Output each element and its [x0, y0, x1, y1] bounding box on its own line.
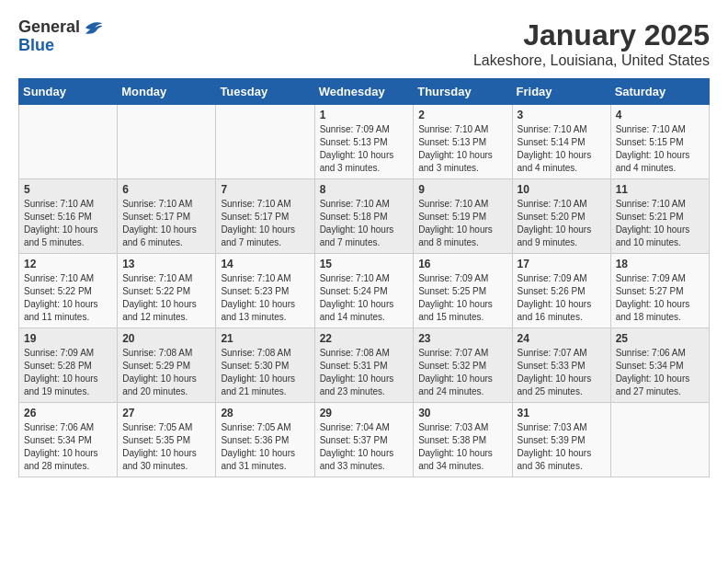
calendar-cell: 3Sunrise: 7:10 AM Sunset: 5:14 PM Daylig…	[512, 105, 610, 179]
day-number: 13	[122, 258, 210, 270]
calendar-cell: 19Sunrise: 7:09 AM Sunset: 5:28 PM Dayli…	[19, 328, 118, 403]
calendar-week-row: 26Sunrise: 7:06 AM Sunset: 5:34 PM Dayli…	[19, 403, 710, 477]
day-number: 11	[616, 183, 704, 196]
day-number: 26	[24, 407, 112, 419]
day-number: 3	[518, 109, 606, 121]
title-block: January 2025 Lakeshore, Louisiana, Unite…	[473, 18, 710, 69]
calendar-cell: 1Sunrise: 7:09 AM Sunset: 5:13 PM Daylig…	[314, 105, 414, 179]
day-number: 29	[320, 407, 409, 419]
logo-general: General	[18, 18, 80, 37]
page-header: General Blue January 2025 Lakeshore, Lou…	[18, 18, 710, 69]
day-info: Sunrise: 7:09 AM Sunset: 5:13 PM Dayligh…	[320, 123, 409, 175]
calendar-week-row: 1Sunrise: 7:09 AM Sunset: 5:13 PM Daylig…	[19, 105, 710, 179]
day-info: Sunrise: 7:03 AM Sunset: 5:38 PM Dayligh…	[418, 421, 506, 473]
day-info: Sunrise: 7:06 AM Sunset: 5:34 PM Dayligh…	[616, 347, 704, 398]
day-number: 7	[221, 183, 309, 196]
day-info: Sunrise: 7:07 AM Sunset: 5:33 PM Dayligh…	[518, 347, 606, 398]
day-info: Sunrise: 7:07 AM Sunset: 5:32 PM Dayligh…	[418, 347, 506, 398]
calendar-cell: 18Sunrise: 7:09 AM Sunset: 5:27 PM Dayli…	[610, 254, 709, 328]
day-info: Sunrise: 7:10 AM Sunset: 5:22 PM Dayligh…	[122, 272, 210, 324]
day-info: Sunrise: 7:05 AM Sunset: 5:35 PM Dayligh…	[122, 421, 210, 473]
calendar-cell	[216, 105, 314, 179]
day-info: Sunrise: 7:10 AM Sunset: 5:22 PM Dayligh…	[24, 272, 112, 324]
day-number: 23	[418, 332, 506, 345]
day-info: Sunrise: 7:10 AM Sunset: 5:24 PM Dayligh…	[320, 272, 409, 324]
calendar-table: SundayMondayTuesdayWednesdayThursdayFrid…	[18, 78, 710, 477]
day-number: 27	[122, 407, 210, 419]
weekday-header: Sunday	[19, 79, 118, 105]
day-info: Sunrise: 7:10 AM Sunset: 5:16 PM Dayligh…	[24, 198, 112, 249]
calendar-cell: 30Sunrise: 7:03 AM Sunset: 5:38 PM Dayli…	[414, 403, 512, 477]
day-number: 9	[418, 183, 506, 196]
calendar-cell: 7Sunrise: 7:10 AM Sunset: 5:17 PM Daylig…	[216, 179, 314, 254]
day-info: Sunrise: 7:10 AM Sunset: 5:17 PM Dayligh…	[221, 198, 309, 249]
calendar-cell: 2Sunrise: 7:10 AM Sunset: 5:13 PM Daylig…	[414, 105, 512, 179]
logo-blue: Blue	[18, 36, 54, 54]
day-info: Sunrise: 7:08 AM Sunset: 5:31 PM Dayligh…	[320, 347, 409, 398]
calendar-cell: 9Sunrise: 7:10 AM Sunset: 5:19 PM Daylig…	[414, 179, 512, 254]
calendar-cell: 22Sunrise: 7:08 AM Sunset: 5:31 PM Dayli…	[314, 328, 414, 403]
calendar-cell	[610, 403, 709, 477]
day-info: Sunrise: 7:10 AM Sunset: 5:23 PM Dayligh…	[221, 272, 309, 324]
calendar-cell	[19, 105, 118, 179]
calendar-cell: 21Sunrise: 7:08 AM Sunset: 5:30 PM Dayli…	[216, 328, 314, 403]
day-info: Sunrise: 7:10 AM Sunset: 5:19 PM Dayligh…	[418, 198, 506, 249]
weekday-header: Friday	[512, 79, 610, 105]
calendar-cell: 13Sunrise: 7:10 AM Sunset: 5:22 PM Dayli…	[118, 254, 216, 328]
day-number: 19	[24, 332, 112, 345]
day-number: 30	[418, 407, 506, 419]
day-info: Sunrise: 7:10 AM Sunset: 5:18 PM Dayligh…	[320, 198, 409, 249]
calendar-week-row: 5Sunrise: 7:10 AM Sunset: 5:16 PM Daylig…	[19, 179, 710, 254]
day-info: Sunrise: 7:10 AM Sunset: 5:20 PM Dayligh…	[518, 198, 606, 249]
calendar-cell: 15Sunrise: 7:10 AM Sunset: 5:24 PM Dayli…	[314, 254, 414, 328]
calendar-cell: 24Sunrise: 7:07 AM Sunset: 5:33 PM Dayli…	[512, 328, 610, 403]
day-info: Sunrise: 7:03 AM Sunset: 5:39 PM Dayligh…	[518, 421, 606, 473]
calendar-cell: 31Sunrise: 7:03 AM Sunset: 5:39 PM Dayli…	[512, 403, 610, 477]
logo-bird-icon	[82, 18, 104, 37]
day-number: 21	[221, 332, 309, 345]
day-info: Sunrise: 7:10 AM Sunset: 5:15 PM Dayligh…	[616, 123, 704, 175]
calendar-cell: 17Sunrise: 7:09 AM Sunset: 5:26 PM Dayli…	[512, 254, 610, 328]
day-number: 4	[616, 109, 704, 121]
day-info: Sunrise: 7:10 AM Sunset: 5:14 PM Dayligh…	[518, 123, 606, 175]
day-info: Sunrise: 7:09 AM Sunset: 5:25 PM Dayligh…	[418, 272, 506, 324]
logo: General Blue	[18, 18, 104, 55]
day-info: Sunrise: 7:09 AM Sunset: 5:26 PM Dayligh…	[518, 272, 606, 324]
day-info: Sunrise: 7:08 AM Sunset: 5:29 PM Dayligh…	[122, 347, 210, 398]
day-number: 15	[320, 258, 409, 270]
calendar-cell: 28Sunrise: 7:05 AM Sunset: 5:36 PM Dayli…	[216, 403, 314, 477]
weekday-header: Thursday	[414, 79, 512, 105]
weekday-header: Tuesday	[216, 79, 314, 105]
day-number: 22	[320, 332, 409, 345]
weekday-header: Wednesday	[314, 79, 414, 105]
day-number: 31	[518, 407, 606, 419]
calendar-cell: 16Sunrise: 7:09 AM Sunset: 5:25 PM Dayli…	[414, 254, 512, 328]
day-number: 18	[616, 258, 704, 270]
calendar-cell	[118, 105, 216, 179]
calendar-cell: 29Sunrise: 7:04 AM Sunset: 5:37 PM Dayli…	[314, 403, 414, 477]
day-info: Sunrise: 7:10 AM Sunset: 5:17 PM Dayligh…	[122, 198, 210, 249]
day-info: Sunrise: 7:10 AM Sunset: 5:21 PM Dayligh…	[616, 198, 704, 249]
day-number: 8	[320, 183, 409, 196]
calendar-cell: 27Sunrise: 7:05 AM Sunset: 5:35 PM Dayli…	[118, 403, 216, 477]
day-number: 14	[221, 258, 309, 270]
weekday-header: Saturday	[610, 79, 709, 105]
calendar-cell: 8Sunrise: 7:10 AM Sunset: 5:18 PM Daylig…	[314, 179, 414, 254]
calendar-cell: 26Sunrise: 7:06 AM Sunset: 5:34 PM Dayli…	[19, 403, 118, 477]
calendar-title: January 2025	[473, 18, 710, 52]
calendar-cell: 25Sunrise: 7:06 AM Sunset: 5:34 PM Dayli…	[610, 328, 709, 403]
day-info: Sunrise: 7:09 AM Sunset: 5:27 PM Dayligh…	[616, 272, 704, 324]
calendar-cell: 5Sunrise: 7:10 AM Sunset: 5:16 PM Daylig…	[19, 179, 118, 254]
day-number: 5	[24, 183, 112, 196]
calendar-location: Lakeshore, Louisiana, United States	[473, 52, 710, 69]
day-info: Sunrise: 7:10 AM Sunset: 5:13 PM Dayligh…	[418, 123, 506, 175]
calendar-cell: 4Sunrise: 7:10 AM Sunset: 5:15 PM Daylig…	[610, 105, 709, 179]
day-number: 17	[518, 258, 606, 270]
day-number: 1	[320, 109, 409, 121]
day-number: 20	[122, 332, 210, 345]
day-info: Sunrise: 7:08 AM Sunset: 5:30 PM Dayligh…	[221, 347, 309, 398]
calendar-cell: 14Sunrise: 7:10 AM Sunset: 5:23 PM Dayli…	[216, 254, 314, 328]
day-number: 12	[24, 258, 112, 270]
day-number: 10	[518, 183, 606, 196]
day-number: 6	[122, 183, 210, 196]
